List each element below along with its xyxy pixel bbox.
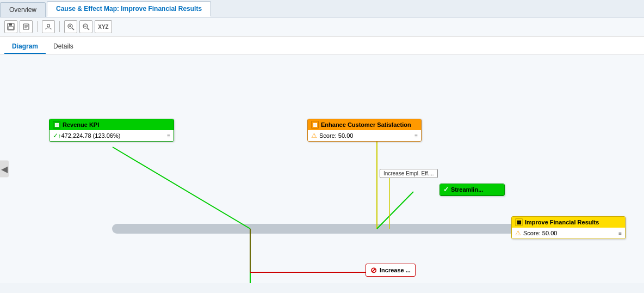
node-revenue-kpi[interactable]: ▦ Revenue KPI ✓ ↑ 472,224.78 (123.06%) ≡ <box>49 119 174 142</box>
menu-icon[interactable]: ≡ <box>167 133 170 139</box>
svg-point-7 <box>47 25 50 27</box>
svg-line-13 <box>87 28 89 30</box>
improve-body: ⚠ Score: 50.00 ≡ <box>512 228 625 239</box>
improve-icon: ▦ <box>515 218 523 226</box>
tabs-bar: Overview Cause & Effect Map: Improve Fin… <box>0 0 644 17</box>
enhance-score: Score: 50.00 <box>317 132 414 139</box>
save-button[interactable] <box>4 20 17 33</box>
xyz-button[interactable]: XYZ <box>95 20 112 33</box>
warn-icon: ⚠ <box>311 132 317 139</box>
check-icon: ✓ <box>53 132 58 139</box>
subtab-diagram[interactable]: Diagram <box>4 40 46 54</box>
menu-icon-2[interactable]: ≡ <box>414 133 418 139</box>
svg-rect-2 <box>8 27 14 29</box>
tab-overview[interactable]: Overview <box>0 2 46 17</box>
revenue-kpi-header: ▦ Revenue KPI <box>49 119 174 130</box>
svg-line-18 <box>377 192 413 229</box>
diagram-connections <box>0 54 644 283</box>
improve-score: Score: 50.00 <box>521 230 618 236</box>
enhance-icon: ▦ <box>311 121 319 129</box>
expand-left-button[interactable]: ◀ <box>0 161 9 178</box>
enhance-body: ⚠ Score: 50.00 ≡ <box>308 130 421 141</box>
separator-1 <box>37 21 38 32</box>
error-circle-icon: ⊘ <box>370 266 377 274</box>
subtabs: Diagram Details <box>0 36 644 54</box>
svg-line-9 <box>72 28 74 30</box>
node-enhance-customer[interactable]: ▦ Enhance Customer Satisfaction ⚠ Score:… <box>307 119 422 142</box>
streamline-right-header: ✓ Streamlin... <box>440 184 504 196</box>
node-streamline-right[interactable]: ✓ Streamlin... <box>439 184 505 196</box>
edit-button[interactable] <box>20 20 33 33</box>
revenue-kpi-icon: ▦ <box>53 121 60 129</box>
diagram-area: ◀ ▦ Revenue KPI ✓ ↑ 472,224.78 <box>0 54 644 283</box>
check-icon-2: ✓ <box>443 186 449 193</box>
revenue-kpi-body: ✓ ↑ 472,224.78 (123.06%) ≡ <box>49 130 174 141</box>
node-improve-financial[interactable]: ▦ Improve Financial Results ⚠ Score: 50.… <box>511 216 626 239</box>
improve-header: ▦ Improve Financial Results <box>512 217 625 228</box>
warn-icon-2: ⚠ <box>515 229 521 237</box>
tab-cause-effect[interactable]: Cause & Effect Map: Improve Financial Re… <box>47 1 211 17</box>
menu-icon-3[interactable]: ≡ <box>618 230 622 236</box>
node-increase[interactable]: ⊘ Increase ... <box>366 264 416 277</box>
subtab-details[interactable]: Details <box>46 40 81 54</box>
separator-2 <box>59 21 60 32</box>
svg-rect-1 <box>9 23 12 26</box>
toolbar: XYZ <box>0 17 644 36</box>
enhance-header: ▦ Enhance Customer Satisfaction <box>308 119 421 130</box>
user-button[interactable] <box>42 20 55 33</box>
zoom-out-button[interactable] <box>79 20 92 33</box>
zoom-in-button[interactable] <box>64 20 77 33</box>
svg-line-16 <box>113 147 250 229</box>
increase-empl-tooltip: Increase Empl. Eff.... <box>380 169 438 178</box>
revenue-value: 472,224.78 (123.06%) <box>61 132 168 139</box>
